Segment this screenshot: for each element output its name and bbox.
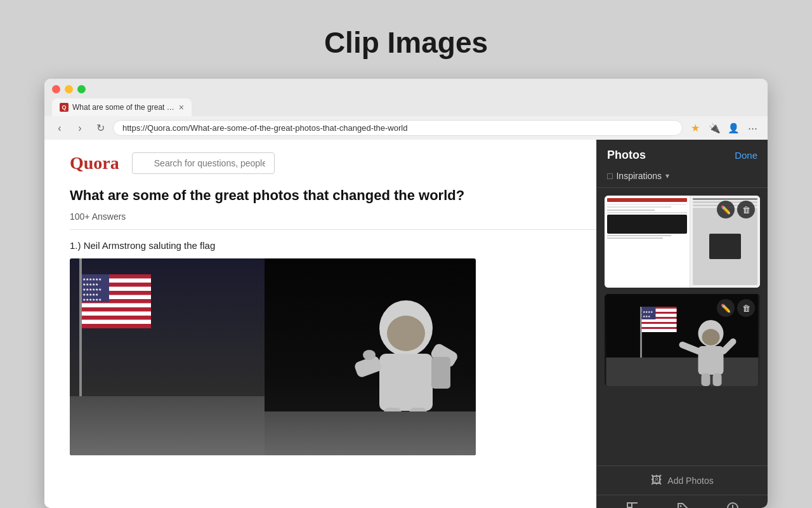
bookmark-icon-btn[interactable]: ★ xyxy=(688,121,703,136)
maximize-traffic-light[interactable] xyxy=(77,85,86,93)
add-photos-icon: 🖼 xyxy=(651,474,662,487)
svg-text:★★★: ★★★ xyxy=(643,314,651,318)
page-title-area: Clip Images xyxy=(324,0,488,79)
back-icon: ‹ xyxy=(58,123,61,134)
photo-2-actions: ✏️ 🗑 xyxy=(717,299,755,317)
photos-panel-title: Photos xyxy=(607,149,646,162)
add-photos-label: Add Photos xyxy=(667,476,713,486)
svg-point-38 xyxy=(702,329,720,345)
browser-tabs: Q What are some of the great ph × xyxy=(52,98,760,116)
add-photos-button[interactable]: 🖼 Add Photos xyxy=(597,465,768,495)
panel-bottom-toolbar xyxy=(597,495,768,508)
expand-icon-button[interactable] xyxy=(626,502,639,508)
reload-button[interactable]: ↻ xyxy=(93,121,108,136)
extensions-button[interactable]: 🔌 xyxy=(707,121,722,136)
favicon-letter: Q xyxy=(62,104,66,110)
svg-rect-42 xyxy=(702,373,710,386)
svg-rect-39 xyxy=(698,346,724,375)
close-traffic-light[interactable] xyxy=(52,85,60,93)
quora-header: Quora 🔍 xyxy=(70,152,603,174)
inspirations-label: Inspirations xyxy=(616,171,662,181)
moon-ground-right xyxy=(265,411,476,455)
clock-icon xyxy=(726,502,739,508)
answer-title: 1.) Neil Armstrong saluting the flag xyxy=(70,240,603,251)
quora-search-wrapper: 🔍 xyxy=(132,152,603,174)
svg-rect-4 xyxy=(81,303,151,307)
svg-point-48 xyxy=(679,505,681,507)
profile-button[interactable]: 👤 xyxy=(726,121,741,136)
folder-icon: □ xyxy=(607,171,612,181)
photos-scroll-area: ✏️ 🗑 xyxy=(597,188,768,465)
delete-photo-1-button[interactable]: 🗑 xyxy=(737,201,755,218)
edit-photo-2-button[interactable]: ✏️ xyxy=(717,299,735,317)
inspirations-row[interactable]: □ Inspirations ▾ xyxy=(597,168,768,188)
svg-text:★★★★: ★★★★ xyxy=(643,310,653,314)
photos-panel-header: Photos Done xyxy=(597,140,768,168)
svg-point-18 xyxy=(363,350,376,360)
tab-close-button[interactable]: × xyxy=(179,102,184,112)
extensions-icon: 🔌 xyxy=(709,123,721,134)
traffic-lights xyxy=(52,85,760,93)
forward-icon: › xyxy=(78,123,81,134)
active-tab[interactable]: Q What are some of the great ph × xyxy=(52,98,192,116)
nav-actions: ★ 🔌 👤 ⋯ xyxy=(688,121,760,136)
bookmark-star-icon: ★ xyxy=(691,122,700,134)
svg-rect-5 xyxy=(81,311,151,316)
delete-photo-2-button[interactable]: 🗑 xyxy=(737,299,755,317)
address-bar[interactable]: https://Quora.com/What-are-some-of-the-g… xyxy=(113,120,683,136)
tab-title: What are some of the great ph xyxy=(72,103,175,112)
svg-text:★★★★★★: ★★★★★★ xyxy=(82,298,102,302)
answers-count: 100+ Answers xyxy=(70,211,603,222)
done-button[interactable]: Done xyxy=(735,150,757,161)
expand-icon xyxy=(626,502,639,508)
svg-rect-32 xyxy=(642,324,677,327)
moon-landing-image: ★★★★★★ ★★★★★ ★★★★★★ ★★★★★ ★★★★★★ xyxy=(70,258,476,455)
browser-nav: ‹ › ↻ https://Quora.com/What-are-some-of… xyxy=(44,116,768,140)
svg-rect-15 xyxy=(379,354,433,411)
browser-content: Quora 🔍 What are some of the great photo… xyxy=(44,140,768,508)
photo-item-1: ✏️ 🗑 xyxy=(605,196,760,288)
tag-icon xyxy=(676,502,689,508)
divider xyxy=(70,229,603,230)
main-content: Quora 🔍 What are some of the great photo… xyxy=(44,140,628,508)
minimize-traffic-light[interactable] xyxy=(65,85,73,93)
profile-icon: 👤 xyxy=(728,123,740,134)
browser-chrome: Q What are some of the great ph × xyxy=(44,79,768,116)
quora-search-input[interactable] xyxy=(132,152,275,174)
photo-item-2: ★★★★ ★★★ xyxy=(605,294,760,386)
tag-icon-button[interactable] xyxy=(676,502,689,508)
screenshot-left xyxy=(605,196,690,288)
svg-rect-33 xyxy=(642,329,677,332)
moon-image-inner: ★★★★★★ ★★★★★ ★★★★★★ ★★★★★ ★★★★★★ xyxy=(70,258,476,455)
svg-rect-44 xyxy=(627,503,632,507)
back-button[interactable]: ‹ xyxy=(52,121,67,136)
clock-icon-button[interactable] xyxy=(726,502,739,508)
flag-svg: ★★★★★★ ★★★★★ ★★★★★★ ★★★★★ ★★★★★★ xyxy=(81,274,151,328)
page-title: Clip Images xyxy=(324,25,488,60)
flag-pole xyxy=(79,258,82,416)
chevron-down-icon: ▾ xyxy=(665,171,669,180)
quora-logo[interactable]: Quora xyxy=(70,153,119,173)
svg-rect-24 xyxy=(431,357,450,389)
flag-scene: ★★★★★★ ★★★★★ ★★★★★★ ★★★★★ ★★★★★★ xyxy=(70,258,265,455)
astronaut-scene xyxy=(265,258,476,455)
svg-text:★★★★★: ★★★★★ xyxy=(82,293,98,297)
svg-rect-26 xyxy=(606,358,759,386)
reload-icon: ↻ xyxy=(96,122,105,134)
svg-rect-43 xyxy=(713,373,722,386)
more-options-button[interactable]: ⋯ xyxy=(745,121,760,136)
forward-button[interactable]: › xyxy=(72,121,88,136)
edit-photo-1-button[interactable]: ✏️ xyxy=(717,201,735,218)
svg-text:★★★★★★: ★★★★★★ xyxy=(82,288,102,291)
photo-1-actions: ✏️ 🗑 xyxy=(717,201,755,218)
svg-text:★★★★★: ★★★★★ xyxy=(82,283,98,286)
browser-window: Q What are some of the great ph × ‹ › ↻ … xyxy=(44,79,768,508)
question-title: What are some of the great photos that c… xyxy=(70,187,603,205)
moon-ground-left xyxy=(70,396,265,455)
svg-point-14 xyxy=(387,316,425,351)
more-options-icon: ⋯ xyxy=(748,123,757,134)
photos-panel: Photos Done □ Inspirations ▾ xyxy=(596,140,768,508)
svg-rect-6 xyxy=(81,319,151,324)
tab-favicon: Q xyxy=(60,103,69,112)
svg-text:★★★★★★: ★★★★★★ xyxy=(82,277,102,281)
